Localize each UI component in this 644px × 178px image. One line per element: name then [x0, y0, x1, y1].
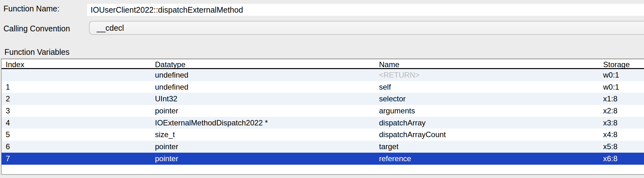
column-header-index[interactable]: Index [6, 60, 24, 69]
cell-index: 1 [6, 83, 10, 92]
cell-storage: x1:8 [603, 94, 617, 103]
cell-storage: x5:8 [603, 142, 617, 151]
function-name-label: Function Name: [3, 4, 59, 13]
table-row[interactable]: 3pointerargumentsx2:8 [2, 105, 644, 117]
edit-function-dialog: Function Name: Calling Convention __cdec… [0, 0, 644, 178]
calling-convention-dropdown[interactable]: __cdecl [89, 21, 644, 35]
function-variables-title: Function Variables [4, 48, 69, 57]
cell-name: reference [379, 154, 411, 163]
table-header-row: Index Datatype Name Storage [2, 59, 644, 69]
cell-name: dispatchArray [379, 118, 426, 127]
column-header-storage[interactable]: Storage [603, 60, 630, 69]
cell-index: 3 [6, 106, 10, 115]
cell-name: target [379, 142, 398, 151]
column-header-datatype[interactable]: Datatype [155, 60, 185, 69]
calling-convention-value: __cdecl [90, 23, 124, 33]
cell-name: <RETURN> [379, 71, 420, 79]
cell-storage: x3:8 [603, 118, 617, 127]
cell-storage: x4:8 [603, 130, 617, 139]
cell-name: self [379, 83, 391, 92]
cell-datatype: IOExternalMethodDispatch2022 * [155, 118, 268, 127]
table-row[interactable]: 5size_tdispatchArrayCountx4:8 [2, 129, 644, 141]
function-variables-table: Index Datatype Name Storage undefined<RE… [1, 59, 644, 175]
cell-storage: x6:8 [603, 154, 617, 163]
table-row[interactable]: 4IOExternalMethodDispatch2022 *dispatchA… [2, 117, 644, 129]
cell-name: arguments [379, 106, 415, 115]
cell-index: 4 [6, 118, 10, 127]
cell-index: 6 [6, 142, 10, 151]
cell-name: selector [379, 94, 406, 103]
cell-storage: w0:1 [603, 83, 619, 92]
cell-storage: x2:8 [603, 106, 617, 115]
table-row[interactable]: 1undefinedselfw0:1 [2, 81, 644, 93]
cell-storage: w0:1 [603, 71, 619, 79]
cell-datatype: pointer [155, 106, 178, 115]
table-row[interactable]: 2UInt32selectorx1:8 [2, 93, 644, 105]
column-header-name[interactable]: Name [379, 60, 399, 69]
table-row[interactable]: undefined<RETURN>w0:1 [2, 69, 644, 81]
cell-datatype: undefined [155, 71, 188, 79]
cell-index: 2 [6, 94, 10, 103]
cell-index: 7 [6, 154, 10, 163]
cell-datatype: undefined [155, 83, 188, 92]
cell-name: dispatchArrayCount [379, 130, 446, 139]
table-body: undefined<RETURN>w0:11undefinedselfw0:12… [2, 69, 644, 165]
function-name-input[interactable] [87, 4, 644, 16]
calling-convention-label: Calling Convention [3, 24, 70, 33]
table-row[interactable]: 6pointertargetx5:8 [2, 141, 644, 153]
table-row[interactable]: 7pointerreferencex6:8 [2, 153, 644, 165]
cell-datatype: pointer [155, 154, 178, 163]
cell-datatype: pointer [155, 142, 178, 151]
cell-index: 5 [6, 130, 10, 139]
cell-datatype: UInt32 [155, 94, 177, 103]
cell-datatype: size_t [155, 130, 175, 139]
